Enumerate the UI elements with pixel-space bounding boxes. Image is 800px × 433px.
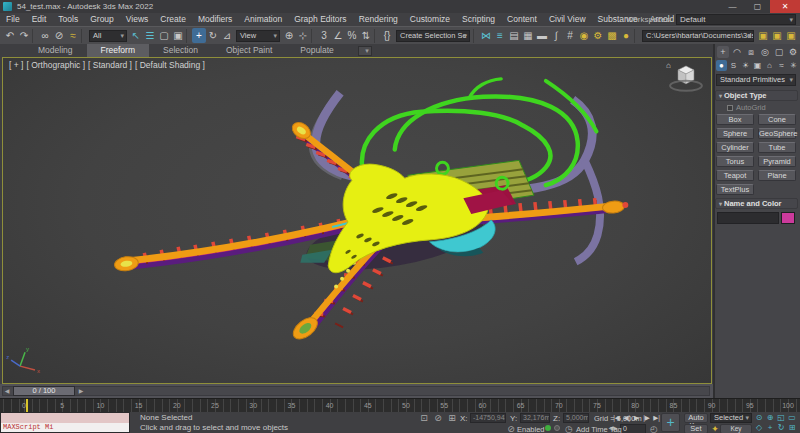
asset-tracking-icon-2[interactable]: ▣ bbox=[770, 28, 784, 43]
menu-rendering[interactable]: Rendering bbox=[353, 13, 404, 26]
hierarchy-tab-icon[interactable]: ⧈ bbox=[745, 46, 757, 58]
viewport-standard-label[interactable]: [ Standard ] bbox=[88, 60, 132, 70]
named-selection-set-dropdown[interactable]: Create Selection Se bbox=[396, 30, 470, 42]
menu-animation[interactable]: Animation bbox=[238, 13, 288, 26]
menu-content[interactable]: Content bbox=[501, 13, 543, 26]
selection-set-dropdown[interactable]: Selected bbox=[710, 413, 752, 423]
select-and-scale-icon[interactable]: ⊿ bbox=[220, 28, 234, 43]
zoom-region-button[interactable]: ▭ bbox=[787, 413, 797, 423]
cone-button[interactable]: Cone bbox=[758, 114, 796, 125]
menu-modifiers[interactable]: Modifiers bbox=[192, 13, 238, 26]
status-dot-gray[interactable] bbox=[554, 425, 560, 431]
isolate-selection-icon[interactable]: ⊡ bbox=[418, 413, 430, 423]
object-color-swatch[interactable] bbox=[781, 212, 795, 224]
menu-customize[interactable]: Customize bbox=[404, 13, 456, 26]
select-and-rotate-icon[interactable]: ↻ bbox=[206, 28, 220, 43]
modify-tab-icon[interactable]: ◠ bbox=[731, 46, 743, 58]
tube-button[interactable]: Tube bbox=[758, 142, 796, 153]
menu-create[interactable]: Create bbox=[154, 13, 192, 26]
curve-editor-icon[interactable]: ∫ bbox=[549, 28, 563, 43]
selection-lock-icon[interactable]: ⊘ bbox=[432, 413, 444, 423]
x-field[interactable]: -14750,943 bbox=[470, 413, 506, 423]
ribbon-tab-populate[interactable]: Populate bbox=[286, 44, 348, 57]
add-time-tag-label[interactable]: Add Time Tag bbox=[576, 425, 622, 433]
snaps-toggle-icon[interactable]: 3 bbox=[317, 28, 331, 43]
menu-group[interactable]: Group bbox=[84, 13, 120, 26]
cylinder-button[interactable]: Cylinder bbox=[716, 142, 754, 153]
rollout-name-color[interactable]: ▾Name and Color bbox=[715, 198, 798, 209]
material-editor-icon[interactable]: ◉ bbox=[577, 28, 591, 43]
time-slider-handle[interactable]: 0 / 100 bbox=[13, 386, 75, 396]
slider-next-arrow[interactable]: ▶ bbox=[77, 386, 85, 396]
menu-views[interactable]: Views bbox=[120, 13, 155, 26]
asset-tracking-icon-3[interactable]: ▣ bbox=[784, 28, 798, 43]
ribbon-tab-modeling[interactable]: Modeling bbox=[24, 44, 87, 57]
go-to-end-button[interactable]: ▶| bbox=[652, 413, 661, 423]
create-tab-icon[interactable]: + bbox=[717, 46, 729, 58]
ribbon-tab-selection[interactable]: Selection bbox=[149, 44, 212, 57]
teapot-button[interactable]: Teapot bbox=[716, 170, 754, 181]
scene-explorer-icon[interactable]: ▤ bbox=[507, 28, 521, 43]
window-crossing-icon[interactable]: ▣ bbox=[171, 28, 185, 43]
reference-coordinate-dropdown[interactable]: View bbox=[236, 30, 280, 42]
sphere-button[interactable]: Sphere bbox=[716, 128, 754, 139]
box-button[interactable]: Box bbox=[716, 114, 754, 125]
field-of-view-button[interactable]: ◇ bbox=[754, 423, 764, 433]
viewport-pov-label[interactable]: [ Orthographic ] bbox=[26, 60, 85, 70]
zoom-extents-button[interactable]: ◱ bbox=[776, 413, 786, 423]
ribbon-config-icon[interactable] bbox=[358, 46, 372, 56]
zoom-all-button[interactable]: ⊕ bbox=[765, 413, 775, 423]
ribbon-tab-object-paint[interactable]: Object Paint bbox=[212, 44, 286, 57]
time-tag-clock-icon[interactable]: ◷ bbox=[563, 424, 575, 433]
shapes-category-icon[interactable]: S bbox=[728, 60, 739, 71]
current-frame-field[interactable]: 0 bbox=[620, 424, 646, 433]
plane-button[interactable]: Plane bbox=[758, 170, 796, 181]
maxscript-mini-listener[interactable]: MAXScript Mi bbox=[0, 412, 130, 433]
ribbon-tab-freeform[interactable]: Freeform bbox=[87, 44, 149, 57]
track-bar[interactable]: 0510152025303540455055606570758085909510… bbox=[0, 398, 800, 412]
orbit-button[interactable]: ↻ bbox=[776, 423, 786, 433]
percent-snap-icon[interactable]: % bbox=[345, 28, 359, 43]
menu-scripting[interactable]: Scripting bbox=[456, 13, 501, 26]
menu-edit[interactable]: Edit bbox=[26, 13, 53, 26]
render-production-icon[interactable]: ● bbox=[619, 28, 633, 43]
menu-civil-view[interactable]: Civil View bbox=[543, 13, 592, 26]
auto-key-button[interactable]: Auto Key bbox=[684, 413, 708, 423]
ribbon-toggle-icon[interactable]: ▬ bbox=[535, 28, 549, 43]
angle-snap-icon[interactable]: ∠ bbox=[331, 28, 345, 43]
viewcube-home-icon[interactable]: ⌂ bbox=[666, 61, 671, 70]
bind-to-space-warp-icon[interactable]: ≈ bbox=[66, 28, 80, 43]
play-button[interactable]: ▶ bbox=[632, 413, 641, 423]
key-filters-button[interactable]: Key Filters... bbox=[720, 424, 752, 433]
cameras-category-icon[interactable]: ▣ bbox=[752, 60, 763, 71]
minimize-button[interactable]: — bbox=[720, 0, 745, 13]
mirror-icon[interactable]: ⋈ bbox=[479, 28, 493, 43]
render-setup-icon[interactable]: ⚙ bbox=[591, 28, 605, 43]
align-icon[interactable]: ≡ bbox=[493, 28, 507, 43]
select-by-name-icon[interactable]: ☰ bbox=[143, 28, 157, 43]
maximize-viewport-button[interactable]: ⊞ bbox=[787, 423, 797, 433]
use-pivot-center-icon[interactable]: ⊕ bbox=[282, 28, 296, 43]
viewport[interactable]: [ + ][ Orthographic ][ Standard ][ Defau… bbox=[2, 57, 712, 384]
layer-explorer-icon[interactable]: ▦ bbox=[521, 28, 535, 43]
select-and-manipulate-icon[interactable]: ⊹ bbox=[296, 28, 310, 43]
asset-tracking-icon-1[interactable]: ▣ bbox=[756, 28, 770, 43]
object-name-field[interactable] bbox=[717, 212, 779, 224]
rollout-object-type[interactable]: ▾Object Type bbox=[715, 90, 798, 101]
close-button[interactable]: ✕ bbox=[770, 0, 800, 13]
primitives-dropdown[interactable]: Standard Primitives bbox=[716, 74, 796, 86]
lights-category-icon[interactable]: ☀ bbox=[740, 60, 751, 71]
z-field[interactable]: 5,000m bbox=[563, 413, 589, 423]
absolute-mode-icon[interactable]: ⊞ bbox=[446, 413, 458, 423]
rendered-frame-window-icon[interactable]: ▩ bbox=[605, 28, 619, 43]
utilities-tab-icon[interactable]: ⚙ bbox=[787, 46, 799, 58]
selection-filter-dropdown[interactable]: All bbox=[89, 30, 127, 42]
zoom-button[interactable]: ⊙ bbox=[754, 413, 764, 423]
helpers-category-icon[interactable]: ⌂ bbox=[764, 60, 775, 71]
pan-view-button[interactable]: + bbox=[661, 413, 680, 432]
unlink-selection-icon[interactable]: ⊘ bbox=[52, 28, 66, 43]
schematic-view-icon[interactable]: # bbox=[563, 28, 577, 43]
menu-graph-editors[interactable]: Graph Editors bbox=[288, 13, 352, 26]
systems-category-icon[interactable]: ✳ bbox=[788, 60, 799, 71]
redo-icon[interactable]: ↷ bbox=[17, 28, 31, 43]
